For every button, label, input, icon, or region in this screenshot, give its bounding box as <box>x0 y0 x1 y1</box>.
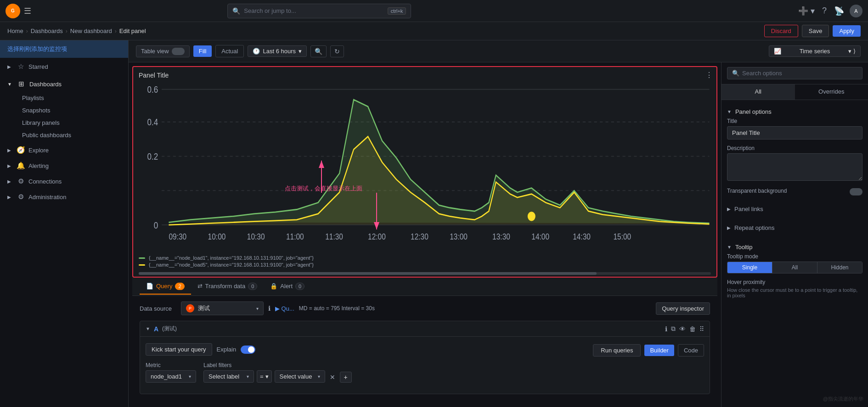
query-delete-icon[interactable]: 🗑 <box>689 325 696 333</box>
table-view-toggle[interactable] <box>172 48 185 55</box>
add-filter-button[interactable]: + <box>340 372 352 383</box>
clear-filter-button[interactable]: ✕ <box>328 372 337 383</box>
breadcrumb-new-dashboard[interactable]: New dashboard <box>70 28 112 34</box>
legend-text-load5: {__name__="node_load5", instance="192.16… <box>149 262 314 268</box>
description-textarea[interactable] <box>727 153 862 181</box>
value-select[interactable]: Select value ▾ <box>275 370 325 383</box>
tab-transform[interactable]: ⇄ Transform data 0 <box>191 279 264 295</box>
panel-options: 🔍 Search options All Overrides ▼ <box>721 62 868 407</box>
notifications-button[interactable]: 📡 <box>832 4 846 18</box>
kick-start-row: Kick start your query Explain Run querie… <box>146 342 704 357</box>
add-button[interactable]: ➕ ▾ <box>796 4 817 18</box>
save-button[interactable]: Save <box>802 25 829 37</box>
table-view-label: Table view <box>141 48 169 55</box>
query-a-collapse-icon[interactable]: ▼ <box>146 326 150 331</box>
dashboards-arrow-icon: ▼ <box>7 82 12 87</box>
run-row: Run queries Builder Code <box>593 342 704 357</box>
options-search-input[interactable]: 🔍 Search options <box>727 67 862 79</box>
refresh-button[interactable]: ↻ <box>330 45 344 57</box>
explain-toggle[interactable] <box>241 346 255 354</box>
administration-arrow-icon: ▶ <box>7 195 11 200</box>
grafana-logo[interactable]: G <box>6 4 20 18</box>
query-inspector-button[interactable]: Query inspector <box>656 302 710 315</box>
time-range-picker[interactable]: 🕐 Last 6 hours ▾ <box>248 45 307 57</box>
panel-type-dropdown-icon[interactable]: ▾ <box>848 48 851 55</box>
sidebar-highlight[interactable]: 选择刚刚添加的监控项 <box>0 40 128 58</box>
select-label-text: Select label <box>209 373 239 380</box>
metric-select[interactable]: node_load1 ▾ <box>146 370 196 383</box>
transparent-bg-toggle[interactable] <box>850 188 862 195</box>
user-avatar[interactable]: A <box>850 5 862 17</box>
tab-alert[interactable]: 🔒 Alert 0 <box>264 279 311 295</box>
breadcrumb-sep-1: › <box>26 28 28 34</box>
apply-button[interactable]: Apply <box>833 25 861 37</box>
repeat-options-header[interactable]: ▶ Repeat options <box>727 222 862 234</box>
query-visibility-icon[interactable]: 👁 <box>679 325 686 333</box>
fill-button[interactable]: Fill <box>193 45 212 57</box>
tooltip-mode-hidden[interactable]: Hidden <box>817 262 862 273</box>
datasource-icon: P <box>186 304 194 312</box>
query-duplicate-icon[interactable]: ⧉ <box>671 325 676 333</box>
chart-more-icon[interactable]: ⋮ <box>705 71 713 79</box>
query-help-icon[interactable]: ℹ <box>665 325 667 333</box>
panel-type-icon: 📈 <box>774 48 781 55</box>
table-view-button[interactable]: Table view <box>136 45 190 57</box>
panel-type-picker[interactable]: 📈 Time series ▾ ⟩ <box>769 45 861 57</box>
svg-point-23 <box>528 212 535 221</box>
sidebar-item-connections[interactable]: ▶ ⚙ Connections <box>0 173 128 189</box>
tooltip-mode-single[interactable]: Single <box>727 262 772 273</box>
search-icon: 🔍 <box>232 7 240 15</box>
svg-text:13:00: 13:00 <box>450 232 468 242</box>
tab-overrides[interactable]: Overrides <box>795 84 868 100</box>
sidebar-toggle[interactable]: ☰ <box>24 6 31 16</box>
equals-operator-select[interactable]: = ▾ <box>257 370 272 383</box>
help-button[interactable]: ? <box>820 4 829 17</box>
sidebar: 选择刚刚添加的监控项 ▶ ☆ Starred ▼ ⊞ Dashboards Pl… <box>0 40 129 407</box>
connections-arrow-icon: ▶ <box>7 179 11 184</box>
zoom-out-button[interactable]: 🔍 <box>310 45 327 57</box>
query-drag-icon[interactable]: ⠿ <box>699 325 704 333</box>
topbar: G ☰ 🔍 Search or jump to... ctrl+k ➕ ▾ ? … <box>0 0 868 22</box>
equals-label: = <box>260 373 264 380</box>
metric-label: Metric <box>146 362 196 368</box>
breadcrumb-dashboards[interactable]: Dashboards <box>31 28 63 34</box>
panel-options-section-header[interactable]: ▼ Panel options <box>727 106 862 118</box>
sidebar-item-administration[interactable]: ▶ ⚙ Administration <box>0 189 128 205</box>
title-field-label: Title <box>727 118 862 124</box>
sidebar-item-library-panels[interactable]: Library panels <box>22 117 128 129</box>
connections-label: Connections <box>28 178 62 185</box>
sidebar-item-dashboards[interactable]: ▼ ⊞ Dashboards <box>0 76 128 92</box>
query-expand-icon[interactable]: ▶ Qu... <box>275 305 294 312</box>
sidebar-item-starred[interactable]: ▶ ☆ Starred <box>0 59 128 74</box>
label-select[interactable]: Select label ▾ <box>203 370 254 383</box>
tab-query[interactable]: 📄 Query 2 <box>140 279 191 295</box>
sidebar-item-snapshots[interactable]: Snapshots <box>22 104 128 117</box>
breadcrumb-home[interactable]: Home <box>7 28 23 34</box>
tooltip-section-header[interactable]: ▼ Tooltip <box>727 241 862 253</box>
datasource-info-icon[interactable]: ℹ <box>268 305 271 312</box>
actual-button[interactable]: Actual <box>215 45 244 57</box>
tooltip-title: Tooltip <box>735 244 753 251</box>
sidebar-item-alerting[interactable]: ▶ 🔔 Alerting <box>0 158 128 173</box>
code-button[interactable]: Code <box>678 344 704 357</box>
builder-button[interactable]: Builder <box>644 345 674 356</box>
explain-label: Explain <box>217 346 237 353</box>
metric-chevron-icon: ▾ <box>189 374 191 379</box>
panel-links-header[interactable]: ▶ Panel links <box>727 203 862 215</box>
kick-start-button[interactable]: Kick start your query <box>146 343 212 356</box>
chart-scrollbar-thumb[interactable] <box>139 272 597 275</box>
sidebar-item-explore[interactable]: ▶ 🧭 Explore <box>0 142 128 158</box>
panel-title-input[interactable] <box>727 126 862 139</box>
chart-scrollbar[interactable] <box>139 272 711 275</box>
metric-field-group: Metric node_load1 ▾ <box>146 362 196 383</box>
panel-options-section: ▼ Panel options Title Description <box>727 106 862 196</box>
panel-type-expand-icon[interactable]: ⟩ <box>853 48 856 55</box>
run-queries-button[interactable]: Run queries <box>593 344 641 357</box>
tab-all[interactable]: All <box>721 84 795 100</box>
sidebar-item-public-dashboards[interactable]: Public dashboards <box>22 129 128 141</box>
global-search[interactable]: 🔍 Search or jump to... ctrl+k <box>227 4 411 18</box>
data-source-select[interactable]: P 测试 ▾ <box>181 301 264 315</box>
discard-button[interactable]: Discard <box>764 25 798 37</box>
tooltip-mode-all[interactable]: All <box>772 262 817 273</box>
sidebar-item-playlists[interactable]: Playlists <box>22 92 128 104</box>
